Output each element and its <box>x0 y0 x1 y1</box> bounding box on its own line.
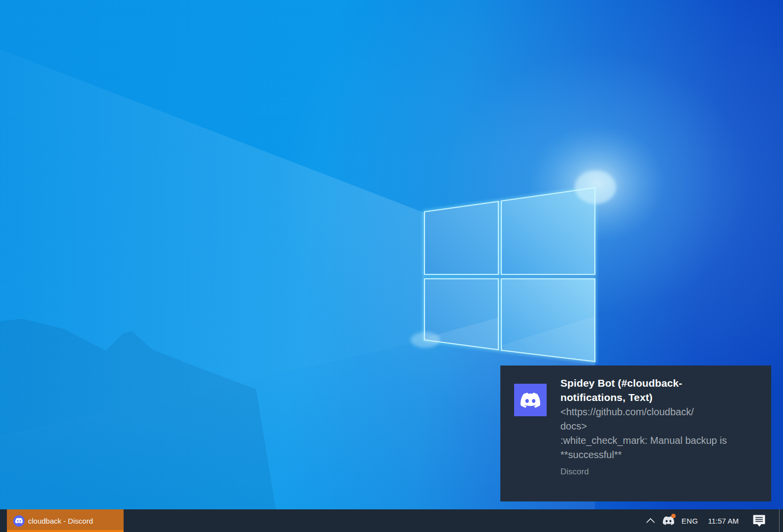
taskbar: cloudback - Discord ENG 11:57 AM <box>0 509 783 532</box>
windows-logo-pane-bottom-right <box>501 279 595 362</box>
desktop-wallpaper: Spidey Bot (#cloudback- notifications, T… <box>0 0 783 532</box>
action-center-button[interactable] <box>753 515 765 527</box>
windows-logo-pane-top-left <box>424 201 498 274</box>
notification-toast[interactable]: Spidey Bot (#cloudback- notifications, T… <box>500 366 771 501</box>
windows-logo-pane-top-right <box>501 188 595 274</box>
attention-underline <box>7 530 124 532</box>
hill-silhouette <box>0 319 276 509</box>
show-desktop-button[interactable] <box>780 509 783 532</box>
toast-title: Spidey Bot (#cloudback- notifications, T… <box>560 376 763 404</box>
discord-logo-icon <box>15 518 23 524</box>
language-indicator[interactable]: ENG <box>682 517 698 525</box>
logo-glow <box>445 53 750 314</box>
discord-avatar <box>514 384 547 416</box>
show-hidden-icons-button[interactable] <box>646 517 655 525</box>
discord-taskbar-icon <box>13 515 25 527</box>
discord-logo-icon <box>521 393 540 408</box>
system-tray: ENG 11:57 AM <box>646 509 783 532</box>
notification-badge <box>671 514 676 518</box>
chevron-up-icon <box>646 517 655 525</box>
toast-body: <https://github.com/cloudback/ docs> :wh… <box>560 405 763 462</box>
taskbar-clock[interactable]: 11:57 AM <box>708 517 739 525</box>
light-beam-left <box>0 49 424 435</box>
taskbar-button-label: cloudback - Discord <box>28 517 93 525</box>
toast-source-app: Discord <box>560 467 763 477</box>
discord-tray-icon[interactable] <box>663 516 674 525</box>
taskbar-button-discord[interactable]: cloudback - Discord <box>7 509 124 532</box>
windows-logo-pane-bottom-left <box>424 279 498 350</box>
action-center-icon <box>753 515 765 527</box>
